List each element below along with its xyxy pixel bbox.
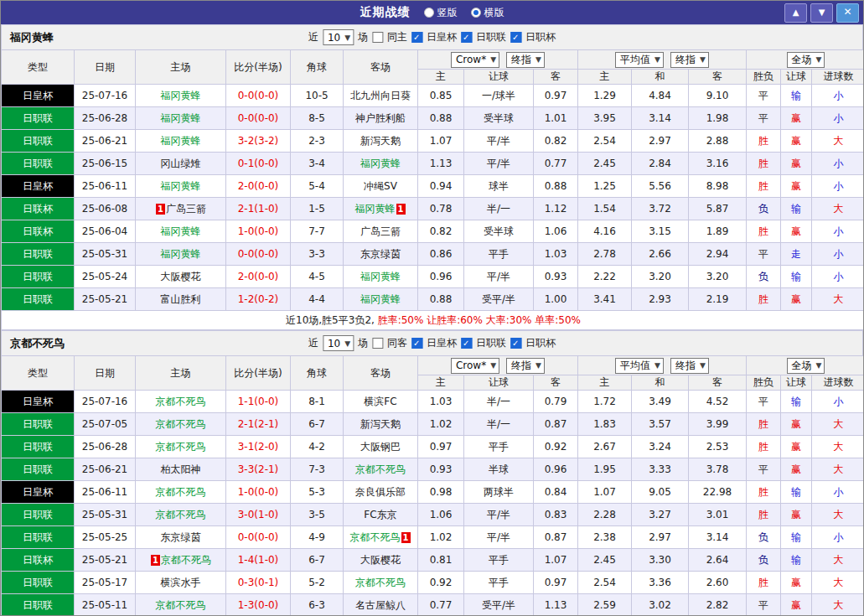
avg-source-select[interactable]: 平均值▼	[615, 52, 664, 68]
corner-score: 5-3	[291, 481, 344, 504]
match-type-cell: 日联杯	[2, 198, 75, 220]
match-type-cell: 日职联	[2, 504, 75, 526]
avg-home: 1.25	[578, 175, 632, 198]
avg-away: 3.78	[689, 458, 747, 481]
layout-radio-horizontal[interactable]: 横版	[471, 6, 504, 20]
odds-source-select[interactable]: Crow*▼	[451, 52, 499, 68]
odds-time-select[interactable]: 终指▼	[506, 52, 545, 68]
avg-home: 1.54	[578, 198, 632, 220]
odds-home: 0.88	[418, 288, 464, 311]
match-row: 日职联25-06-28福冈黄蜂0-0(0-0)8-5神户胜利船0.88受半球1.…	[2, 107, 864, 130]
chevron-down-icon: ▼	[490, 55, 496, 64]
cup-label-leaguecup: 日职杯	[525, 30, 556, 44]
corner-score: 8-1	[291, 391, 344, 413]
handicap-result-cell: 输	[781, 549, 812, 572]
avg-home: 2.45	[578, 549, 632, 572]
red-card-badge: 1	[151, 555, 160, 566]
scope-select[interactable]: 全场▼	[787, 358, 825, 374]
odds-handicap: 平手	[464, 572, 534, 594]
result-cell: 平	[747, 85, 781, 107]
away-team-cell: 广岛三箭	[344, 220, 418, 243]
odds-home: 1.13	[418, 153, 464, 175]
subheader-avg-draw: 和	[632, 375, 689, 391]
avg-away: 2.88	[689, 130, 747, 153]
odds-handicap: 受半球	[464, 107, 534, 130]
odds-away: 0.97	[534, 85, 578, 107]
avg-draw: 3.36	[632, 572, 689, 594]
recent-count-select[interactable]: 10▼	[323, 29, 354, 45]
cup-checkbox-leaguecup[interactable]	[510, 32, 521, 43]
team-header-bar: 福冈黄蜂 近 10▼ 场 同主 日皇杯 日职联 日职杯	[1, 24, 863, 49]
avg-source-select[interactable]: 平均值▼	[615, 358, 664, 374]
away-team-cell: 京都不死鸟1	[344, 526, 418, 549]
avg-time-select[interactable]: 终指▼	[670, 358, 709, 374]
match-score: 1-1(0-0)	[226, 391, 291, 413]
away-team-cell: 福冈黄蜂1	[344, 198, 418, 220]
odds-time-select[interactable]: 终指▼	[506, 358, 545, 374]
radio-selected-icon[interactable]	[471, 8, 481, 18]
odds-home: 1.06	[418, 504, 464, 526]
close-button[interactable]: ✕	[836, 3, 859, 23]
same-venue-checkbox[interactable]	[372, 338, 383, 349]
handicap-result-cell: 赢	[781, 458, 812, 481]
corner-score: 1-5	[291, 198, 344, 220]
col-header-goals: 进球数	[812, 70, 864, 85]
result-cell: 负	[747, 526, 781, 549]
avg-away: 3.20	[689, 266, 747, 288]
match-type-cell: 日职联	[2, 130, 75, 153]
handicap-result-cell: 赢	[781, 130, 812, 153]
odds-home: 0.92	[418, 572, 464, 594]
goals-result-cell: 小	[812, 481, 864, 504]
team-label: 东京绿茵	[161, 531, 201, 543]
subheader-odds-home: 主	[418, 375, 464, 391]
avg-time-select[interactable]: 终指▼	[670, 52, 709, 68]
cup-checkbox-league[interactable]	[461, 32, 472, 43]
games-label: 场	[358, 30, 368, 44]
team-label: 东京绿茵	[360, 248, 401, 260]
match-row: 日职联25-05-31京都不死鸟3-0(1-0)3-5FC东京1.06平/半0.…	[2, 504, 864, 526]
cup-checkbox-emperor[interactable]	[411, 338, 422, 349]
scroll-up-button[interactable]: ▲	[784, 3, 807, 23]
avg-away: 8.98	[689, 175, 747, 198]
recent-count-select[interactable]: 10▼	[323, 335, 354, 351]
home-team-cell: 横滨水手	[136, 572, 226, 594]
red-card-badge: 1	[156, 204, 165, 215]
team-label: 广岛三箭	[166, 203, 206, 215]
match-date: 25-06-21	[75, 130, 136, 153]
goals-result-cell: 大	[812, 130, 864, 153]
avg-draw: 2.97	[632, 526, 689, 549]
odds-source-select[interactable]: Crow*▼	[451, 358, 499, 374]
corner-score: 3-4	[291, 153, 344, 175]
scroll-down-button[interactable]: ▼	[810, 3, 833, 23]
same-venue-checkbox[interactable]	[372, 32, 383, 43]
odds-away: 0.88	[534, 175, 578, 198]
match-row: 日职联25-05-25东京绿茵0-0(0-0)4-9京都不死鸟11.02平/半0…	[2, 526, 864, 549]
result-cell: 胜	[747, 572, 781, 594]
match-row: 日职联25-06-15冈山绿雉0-1(0-0)3-4福冈黄蜂1.13平/半0.7…	[2, 153, 864, 175]
team-label: 福冈黄蜂	[355, 203, 396, 215]
odds-handicap: 平手	[464, 436, 534, 458]
match-row: 日职联25-05-17横滨水手0-3(0-1)5-2京都不死鸟0.92平手0.9…	[2, 572, 864, 594]
team-name: 京都不死鸟	[10, 336, 65, 351]
result-cell: 胜	[747, 175, 781, 198]
col-header-result: 胜负	[747, 375, 781, 391]
cup-checkbox-league[interactable]	[461, 338, 472, 349]
match-type-cell: 日职联	[2, 413, 75, 436]
home-team-cell: 东京绿茵	[136, 526, 226, 549]
cup-checkbox-emperor[interactable]	[411, 32, 422, 43]
arrow-up-icon: ▲	[793, 8, 799, 17]
team-label: 福冈黄蜂	[161, 248, 201, 260]
cup-checkbox-leaguecup[interactable]	[510, 338, 521, 349]
col-header-date: 日期	[75, 50, 136, 85]
red-card-badge: 1	[401, 532, 411, 543]
layout-radio-vertical[interactable]: 竖版	[424, 6, 458, 20]
match-row: 日职联25-07-05京都不死鸟2-1(2-1)6-7新泻天鹅1.02半/一0.…	[2, 413, 864, 436]
match-type-cell: 日皇杯	[2, 85, 75, 107]
radio-icon[interactable]	[424, 8, 434, 18]
match-score: 1-3(0-0)	[226, 594, 291, 616]
scope-select[interactable]: 全场▼	[787, 52, 825, 68]
match-row: 日联杯25-06-081广岛三箭2-1(1-0)1-5福冈黄蜂10.78半/一1…	[2, 198, 864, 220]
filter-bar: 近 10▼ 场 同主 日皇杯 日职联 日职杯	[308, 29, 556, 45]
odds-away: 0.96	[534, 458, 578, 481]
match-score: 1-0(0-0)	[226, 481, 291, 504]
